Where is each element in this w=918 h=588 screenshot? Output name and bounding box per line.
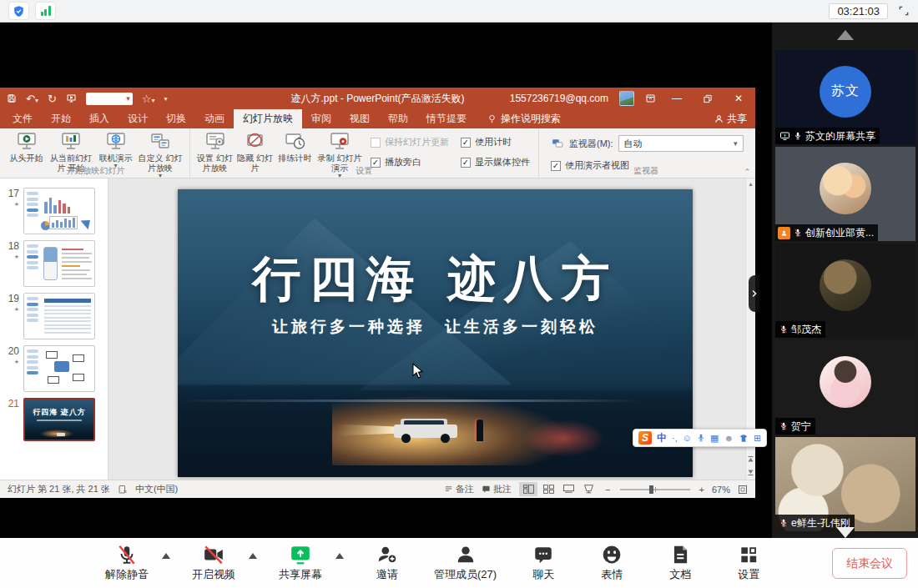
start-slideshow-icon[interactable] xyxy=(66,93,77,103)
zoom-percentage[interactable]: 67% xyxy=(712,485,730,495)
slide-counter[interactable]: 幻灯片 第 21 张, 共 21 张 xyxy=(8,483,110,495)
language-indicator[interactable]: 中文(中国) xyxy=(135,483,178,495)
tab-help[interactable]: 帮助 xyxy=(379,109,417,128)
security-shield-chip[interactable] xyxy=(8,2,29,20)
fit-slide-to-window-icon[interactable] xyxy=(738,485,748,495)
punctuation-mode-icon[interactable]: ·, xyxy=(672,434,678,443)
spell-check-icon[interactable] xyxy=(118,485,128,495)
participant-tile-hening[interactable]: 贺宁 xyxy=(775,340,915,435)
collapse-ribbon-icon[interactable]: ⌃ xyxy=(744,168,750,176)
video-options-caret[interactable] xyxy=(249,553,257,559)
record-slideshow-icon xyxy=(329,132,351,153)
slide-19-thumbnail[interactable] xyxy=(23,293,95,339)
account-avatar[interactable] xyxy=(619,91,634,106)
passthrough-icon[interactable]: ☻ xyxy=(724,434,734,443)
soft-keyboard-icon[interactable]: ▦ xyxy=(710,434,719,443)
scroll-down-arrow[interactable] xyxy=(836,527,855,538)
checkbox-use-timings[interactable]: ✓ 使用计时 xyxy=(461,136,530,148)
quick-style-combobox[interactable]: ▾ xyxy=(86,93,133,105)
save-icon[interactable] xyxy=(7,93,17,103)
participant-tile-zoumaojie[interactable]: 邹茂杰 xyxy=(775,244,915,338)
customize-qat-icon[interactable]: ▾ xyxy=(164,95,168,103)
slide-18-thumbnail[interactable] xyxy=(23,240,95,287)
emoji-picker-icon[interactable]: ☺ xyxy=(683,434,692,443)
ime-toolbar[interactable]: S 中 ·, ☺ ▦ ☻ ⊞ xyxy=(633,429,767,447)
comments-button[interactable]: 批注 xyxy=(482,483,512,495)
tab-review[interactable]: 审阅 xyxy=(302,109,340,128)
invite-button[interactable]: 邀请 xyxy=(366,544,409,582)
slide-21-thumbnail-selected[interactable]: 行四海 迹八方 xyxy=(23,398,95,441)
favorite-star-icon[interactable]: ☆▾ xyxy=(142,93,155,105)
scroll-up-icon[interactable]: ▴ xyxy=(746,180,755,188)
minimize-button[interactable]: — xyxy=(667,93,687,104)
undo-icon[interactable]: ↶▾ xyxy=(26,93,38,105)
share-button[interactable]: 共享 xyxy=(714,109,747,128)
voice-input-icon[interactable] xyxy=(697,433,705,443)
share-screen-button[interactable]: 共享屏幕 xyxy=(279,544,322,582)
next-slide-button[interactable] xyxy=(747,469,754,476)
person-silhouette xyxy=(477,420,483,441)
checkbox-keep-slides-updated[interactable]: 保持幻灯片更新 xyxy=(371,136,449,148)
skin-icon[interactable] xyxy=(739,434,749,443)
manage-members-button[interactable]: 管理成员(27) xyxy=(434,544,497,582)
tab-home[interactable]: 开始 xyxy=(42,109,80,128)
toolbox-icon[interactable]: ⊞ xyxy=(754,434,761,443)
sogou-logo-icon[interactable]: S xyxy=(638,431,652,445)
tab-storyboard[interactable]: 情节提要 xyxy=(417,109,476,128)
zoom-slider[interactable] xyxy=(620,489,690,490)
comment-icon xyxy=(482,485,491,494)
previous-slide-button[interactable] xyxy=(747,455,754,463)
account-email[interactable]: 1557236719@qq.com xyxy=(510,93,608,104)
zoom-in-button[interactable]: + xyxy=(699,485,704,495)
thumbnail-row-20[interactable]: 20★ xyxy=(0,345,108,392)
ime-chinese-mode[interactable]: 中 xyxy=(657,431,667,445)
tab-file[interactable]: 文件 xyxy=(3,109,42,128)
zoom-slider-thumb[interactable] xyxy=(649,485,653,494)
ribbon-display-options-icon[interactable] xyxy=(645,93,656,103)
thumbnail-row-18[interactable]: 18★ xyxy=(0,240,108,287)
tab-animations[interactable]: 动画 xyxy=(195,109,234,128)
thumbnail-row-21[interactable]: 21 行四海 迹八方 xyxy=(0,398,108,441)
checkbox-checked-icon: ✓ xyxy=(461,138,471,148)
unmute-button[interactable]: 解除静音 xyxy=(105,544,149,582)
slide-20-thumbnail[interactable] xyxy=(23,345,95,392)
settings-button[interactable]: 设置 xyxy=(727,544,770,582)
tell-me-search[interactable]: 操作说明搜索 xyxy=(487,109,561,128)
tab-insert[interactable]: 插入 xyxy=(80,109,119,128)
participant-tile-chuangxin[interactable]: 创新创业部黄... xyxy=(775,147,915,241)
present-online-button[interactable]: 联机演示 ▾ xyxy=(96,130,135,168)
restore-button[interactable] xyxy=(698,94,718,103)
from-beginning-button[interactable]: 从头开始 xyxy=(7,130,46,163)
tab-design[interactable]: 设计 xyxy=(119,109,157,128)
slide-17-thumbnail[interactable] xyxy=(23,188,95,234)
mic-options-caret[interactable] xyxy=(162,553,170,559)
scroll-up-arrow[interactable] xyxy=(837,30,854,40)
redo-icon[interactable]: ↻ xyxy=(48,93,57,105)
emoji-button[interactable]: 表情 xyxy=(590,544,633,582)
current-slide[interactable]: 行四海 迹八方 让旅行多一种选择 让生活多一刻轻松 xyxy=(178,189,693,477)
close-button[interactable]: ✕ xyxy=(729,93,749,104)
slide-sorter-view-button[interactable] xyxy=(539,482,557,496)
start-video-button[interactable]: 开启视频 xyxy=(192,544,235,582)
fullscreen-icon[interactable] xyxy=(898,5,910,17)
network-signal-chip[interactable] xyxy=(35,2,56,20)
rehearse-timings-button[interactable]: 排练计时 xyxy=(275,130,315,163)
monitor-select[interactable]: 自动 ▾ xyxy=(618,135,744,152)
slideshow-view-button[interactable] xyxy=(579,482,598,496)
participant-tile-exiansheng[interactable]: e鲜生-孔伟刚 xyxy=(775,437,915,531)
thumbnail-row-17[interactable]: 17★ xyxy=(0,188,108,234)
reading-view-button[interactable] xyxy=(559,482,578,496)
docs-button[interactable]: 文档 xyxy=(658,544,702,582)
share-options-caret[interactable] xyxy=(335,553,344,559)
tab-view[interactable]: 视图 xyxy=(340,109,379,128)
notes-button[interactable]: 备注 xyxy=(444,483,474,495)
tab-slideshow[interactable]: 幻灯片放映 xyxy=(234,109,302,128)
normal-view-button[interactable] xyxy=(519,482,537,496)
tab-transitions[interactable]: 切换 xyxy=(157,109,195,128)
chat-button[interactable]: 聊天 xyxy=(522,544,565,582)
thumbnail-row-19[interactable]: 19★ xyxy=(0,293,108,339)
participant-tile-suwen[interactable]: 苏文 苏文的屏幕共享 xyxy=(775,50,915,144)
hide-video-panel-handle[interactable] xyxy=(749,275,759,312)
zoom-out-button[interactable]: − xyxy=(605,485,610,495)
end-meeting-button[interactable]: 结束会议 xyxy=(832,548,907,579)
